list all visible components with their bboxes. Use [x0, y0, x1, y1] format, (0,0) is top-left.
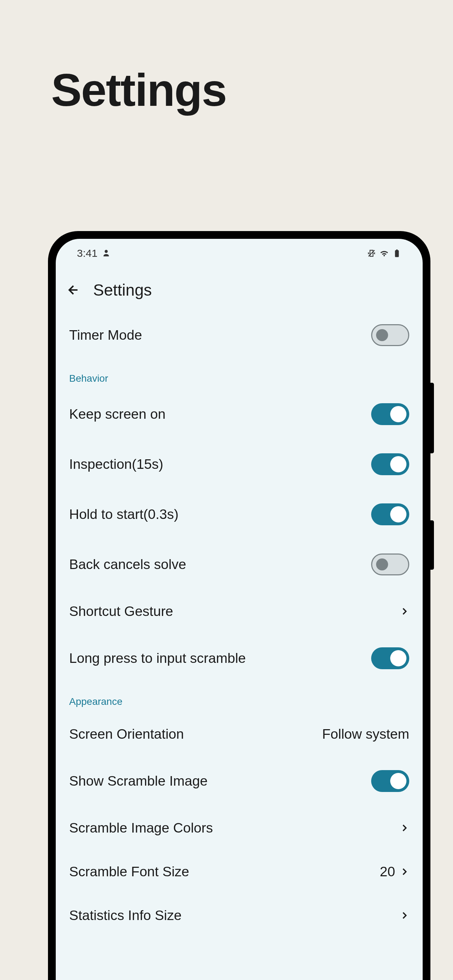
toggle-long-press-scramble[interactable] [371, 648, 409, 669]
chevron-right-icon [399, 606, 409, 616]
svg-point-0 [105, 250, 108, 253]
toggle-keep-screen-on[interactable] [371, 403, 409, 425]
toggle-back-cancels-solve[interactable] [371, 554, 409, 575]
phone-screen: 3:41 [56, 239, 423, 980]
toggle-knob [390, 773, 407, 789]
setting-inspection[interactable]: Inspection(15s) [66, 439, 412, 489]
toggle-knob [376, 329, 388, 341]
setting-label: Long press to input scramble [69, 651, 246, 666]
setting-label: Hold to start(0.3s) [69, 507, 178, 522]
section-header-behavior: Behavior [66, 360, 412, 389]
battery-icon [392, 249, 402, 258]
setting-label: Timer Mode [69, 328, 142, 343]
setting-label: Screen Orientation [69, 726, 184, 742]
setting-back-cancels-solve[interactable]: Back cancels solve [66, 539, 412, 589]
setting-scramble-image-colors[interactable]: Scramble Image Colors [66, 806, 412, 850]
status-bar: 3:41 [56, 239, 423, 263]
toggle-knob [390, 650, 407, 667]
setting-scramble-font-size[interactable]: Scramble Font Size 20 [66, 850, 412, 894]
setting-long-press-scramble[interactable]: Long press to input scramble [66, 633, 412, 683]
header-title: Settings [93, 280, 152, 299]
chevron-right-icon [399, 867, 409, 877]
page-title: Settings [0, 0, 453, 116]
status-bar-right [367, 249, 402, 258]
toggle-knob [390, 506, 407, 522]
setting-shortcut-gesture[interactable]: Shortcut Gesture [66, 589, 412, 633]
app-header: Settings [56, 263, 423, 310]
setting-timer-mode[interactable]: Timer Mode [66, 310, 412, 360]
setting-label: Scramble Font Size [69, 864, 189, 880]
toggle-knob [390, 456, 407, 473]
setting-label: Show Scramble Image [69, 773, 207, 789]
setting-label: Statistics Info Size [69, 908, 182, 923]
setting-label: Back cancels solve [69, 557, 186, 572]
setting-value: Follow system [322, 726, 409, 742]
setting-value: 20 [380, 864, 395, 880]
back-arrow-icon[interactable] [66, 283, 80, 297]
toggle-timer-mode[interactable] [371, 324, 409, 346]
setting-label: Inspection(15s) [69, 457, 163, 472]
person-icon [102, 249, 111, 258]
setting-keep-screen-on[interactable]: Keep screen on [66, 389, 412, 439]
toggle-inspection[interactable] [371, 453, 409, 475]
setting-statistics-info-size[interactable]: Statistics Info Size [66, 894, 412, 937]
section-header-appearance: Appearance [66, 683, 412, 712]
setting-value-group: 20 [380, 864, 409, 880]
setting-hold-to-start[interactable]: Hold to start(0.3s) [66, 489, 412, 539]
chevron-right-icon [399, 910, 409, 920]
svg-rect-3 [396, 250, 397, 250]
phone-side-button [431, 383, 434, 453]
settings-list: Timer Mode Behavior Keep screen on Inspe… [56, 310, 423, 937]
wifi-icon [380, 249, 389, 258]
setting-show-scramble-image[interactable]: Show Scramble Image [66, 756, 412, 806]
setting-label: Scramble Image Colors [69, 820, 213, 836]
toggle-show-scramble-image[interactable] [371, 770, 409, 792]
status-time: 3:41 [77, 247, 97, 259]
vibrate-icon [367, 249, 376, 258]
status-bar-left: 3:41 [77, 247, 111, 259]
svg-rect-2 [395, 250, 399, 257]
setting-screen-orientation[interactable]: Screen Orientation Follow system [66, 712, 412, 756]
setting-label: Shortcut Gesture [69, 604, 173, 619]
phone-frame: 3:41 [48, 231, 431, 980]
setting-label: Keep screen on [69, 406, 165, 422]
toggle-knob [390, 406, 407, 422]
toggle-hold-to-start[interactable] [371, 503, 409, 525]
phone-side-button [431, 520, 434, 570]
toggle-knob [376, 558, 388, 570]
chevron-right-icon [399, 823, 409, 833]
